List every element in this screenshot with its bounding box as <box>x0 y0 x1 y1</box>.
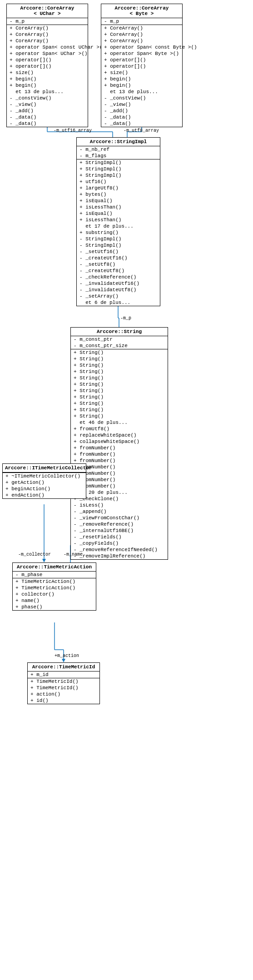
method-corearray-byte-1: CoreArray() <box>101 25 182 31</box>
method-corearray-1: CoreArray() <box>7 25 88 31</box>
section-fields-byte: m_p <box>101 18 182 25</box>
method-stringimpl-priv-1: StringImpl() <box>77 236 160 242</box>
method-append: _append() <box>71 508 168 515</box>
field-m-flags: m_flags <box>77 153 160 159</box>
method-data-1-uchar: _data() <box>7 114 88 120</box>
method-constview-byte: _constView() <box>101 95 182 101</box>
method-substring: substring() <box>77 229 160 236</box>
label-m-utf16-array: -m_utf16_array <box>54 128 92 133</box>
method-bytes: bytes() <box>77 191 160 198</box>
method-id: id() <box>28 697 99 704</box>
method-stringimpl-1: StringImpl() <box>77 159 160 166</box>
method-data-2-uchar: _data() <box>7 120 88 127</box>
method-getaction: getAction() <box>3 479 86 486</box>
method-action: action() <box>28 691 99 697</box>
title-timemetricid: Arccore::TimeMetricId <box>28 663 99 672</box>
method-stringimpl-3: StringImpl() <box>77 172 160 179</box>
box-timemetricid: Arccore::TimeMetricId m_id TimeMetricId(… <box>27 662 100 704</box>
label-m-action: +m_action <box>55 653 79 658</box>
box-corearray-byte: Arccore::CoreArray< Byte > m_p CoreArray… <box>101 4 183 127</box>
method-createutf8: _createUtf8() <box>77 268 160 274</box>
method-view-byte: _view() <box>101 101 182 108</box>
method-add-uchar: _add() <box>7 108 88 114</box>
method-islessthan-1: isLessThan() <box>77 204 160 210</box>
method-setutf16: _setUtf16() <box>77 249 160 255</box>
method-string-4: String() <box>71 368 168 375</box>
method-begin-1-byte: begin() <box>101 76 182 82</box>
section-fields-timemetricid: m_id <box>28 672 99 678</box>
method-operator-span-const-byte: operator Span< const Byte >() <box>101 44 182 50</box>
title-itimemetriccollector: Arccore::ITimeMetricCollector <box>3 464 86 473</box>
method-checkreference: _checkReference() <box>77 274 160 280</box>
method-collector: collector() <box>13 591 96 597</box>
method-timemetricaction-2: TimeMetricAction() <box>13 585 96 591</box>
method-islessthan-2: isLessThan() <box>77 217 160 223</box>
label-m-collector: -m_collector <box>18 552 51 557</box>
label-m-name: -m_name <box>64 552 83 557</box>
method-begin-1-uchar: begin() <box>7 76 88 82</box>
more-byte: et 13 de plus... <box>101 89 182 95</box>
method-string-9: String() <box>71 400 168 407</box>
method-utf16: utf16() <box>77 179 160 185</box>
method-string-8: String() <box>71 394 168 400</box>
method-operator-span-byte: operator Span< Byte >() <box>101 50 182 57</box>
more-stringimpl-2: et 6 de plus... <box>77 299 160 306</box>
field-m-const-ptr: m_const_ptr <box>71 336 168 343</box>
method-data-2-byte: _data() <box>101 120 182 127</box>
method-largeutf8: largeUtf8() <box>77 185 160 191</box>
method-view-uchar: _view() <box>7 101 88 108</box>
section-fields-arcstring: m_const_ptr m_const_ptr_size <box>71 336 168 349</box>
method-string-1: String() <box>71 349 168 356</box>
method-setutf8: _setUtf8() <box>77 261 160 268</box>
method-add-byte: _add() <box>101 108 182 114</box>
method-timemetricid-1: TimeMetricId() <box>28 678 99 685</box>
method-endaction: endAction() <box>3 492 86 498</box>
method-internalutf16be: _internalUtf16BE() <box>71 527 168 534</box>
title-timemetricaction: Arccore::TimeMetricAction <box>13 563 96 572</box>
section-methods-byte: CoreArray() CoreArray() CoreArray() oper… <box>101 25 182 127</box>
method-removereference: _removeReference() <box>71 521 168 527</box>
method-string-5: String() <box>71 375 168 381</box>
method-size-byte: size() <box>101 70 182 76</box>
box-corearray-uchar: Arccore::CoreArray< UChar > m_p CoreArra… <box>6 4 88 127</box>
method-invalidateutf16: _invalidateUtf16() <box>77 280 160 287</box>
field-m-p-byte: m_p <box>101 18 182 25</box>
field-m-id: m_id <box>28 672 99 678</box>
method-isless: isLess() <box>71 502 168 508</box>
method-stringimpl-2: StringImpl() <box>77 166 160 172</box>
method-isequal-2: isEqual() <box>77 210 160 217</box>
field-m-p-uchar: m_p <box>7 18 88 25</box>
method-begin-2-uchar: begin() <box>7 82 88 89</box>
section-methods-stringimpl: StringImpl() StringImpl() StringImpl() u… <box>77 159 160 306</box>
section-methods-arcstring: String() String() String() String() Stri… <box>71 349 168 559</box>
section-methods-itimemetriccollector: ~ITimeMetricCollector() getAction() begi… <box>3 473 86 498</box>
method-resetfields: _resetFields() <box>71 534 168 540</box>
method-stringimpl-priv-2: StringImpl() <box>77 242 160 249</box>
method-string-7: String() <box>71 388 168 394</box>
method-removeimplreference: _removeImplReference() <box>71 553 168 559</box>
method-string-10: String() <box>71 407 168 413</box>
method-fromutf8: fromUtf8() <box>71 426 168 432</box>
section-fields-stringimpl: m_nb_ref m_flags <box>77 146 160 159</box>
method-corearray-3: CoreArray() <box>7 38 88 44</box>
section-methods-uchar: CoreArray() CoreArray() CoreArray() oper… <box>7 25 88 127</box>
method-string-11: String() <box>71 413 168 419</box>
method-corearray-byte-2: CoreArray() <box>101 31 182 38</box>
method-operator-index-1: operator[]() <box>7 57 88 63</box>
method-phase: phase() <box>13 604 96 610</box>
method-size-uchar: size() <box>7 70 88 76</box>
method-operator-span-const-uchar: operator Span< const UChar >() <box>7 44 88 50</box>
more-string-1: et 46 de plus... <box>71 419 168 426</box>
method-destructor-itmc: ~ITimeMetricCollector() <box>3 473 86 479</box>
method-corearray-2: CoreArray() <box>7 31 88 38</box>
more-uchar: et 13 de plus... <box>7 89 88 95</box>
title-corearray-byte: Arccore::CoreArray< Byte > <box>101 4 182 18</box>
method-string-2: String() <box>71 356 168 362</box>
method-setarray: _setArray() <box>77 293 160 299</box>
svg-marker-14 <box>42 559 46 562</box>
more-stringimpl: et 17 de plus... <box>77 223 160 229</box>
box-timemetricaction: Arccore::TimeMetricAction m_phase TimeMe… <box>12 562 96 611</box>
method-timemetricaction-1: TimeMetricAction() <box>13 578 96 585</box>
label-m-p: -m_p <box>120 316 131 321</box>
section-methods-timemetricid: TimeMetricId() TimeMetricId() action() i… <box>28 678 99 704</box>
